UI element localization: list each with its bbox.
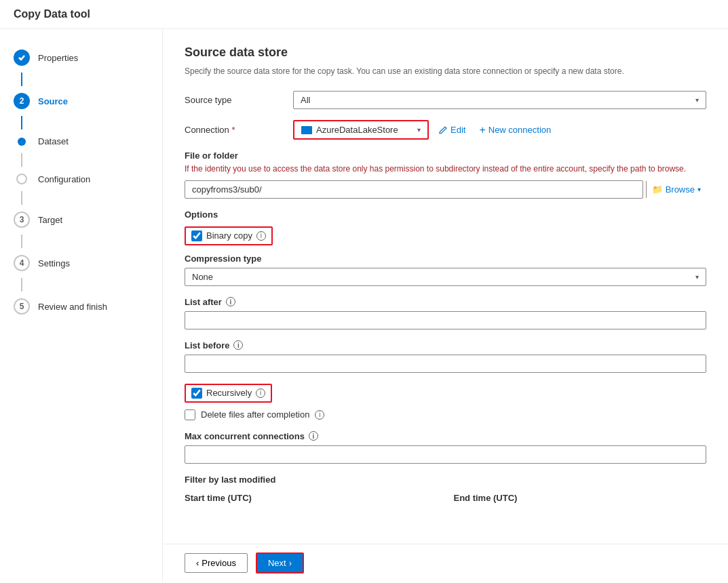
step-circle-properties [14,49,30,66]
end-time-label: End time (UTC) [454,493,707,503]
step-circle-source: 2 [14,93,30,109]
app-header: Copy Data tool [0,0,728,29]
binary-copy-info-icon: i [256,231,266,241]
recursively-row: Recursively i [185,384,706,403]
sidebar-item-settings[interactable]: 4 Settings [0,248,162,278]
step-label-target: Target [38,215,62,225]
filter-section: Filter by last modified Start time (UTC)… [185,475,706,508]
list-before-info-icon: i [233,340,243,350]
max-concurrent-info-icon: i [309,431,318,441]
sidebar-item-configuration[interactable]: Configuration [0,167,162,191]
browse-button[interactable]: 📁 Browse ▾ [646,181,706,198]
max-concurrent-label: Max concurrent connections i [185,431,706,441]
sidebar-item-review[interactable]: 5 Review and finish [0,292,162,321]
source-type-label: Source type [185,95,293,105]
connector-5 [21,235,22,248]
previous-button[interactable]: ‹ Previous [185,553,248,573]
source-type-arrow: ▾ [695,96,699,104]
step-label-source: Source [38,96,68,106]
connection-select[interactable]: AzureDataLakeStore ▾ [293,120,429,140]
delete-files-row: Delete files after completion i [185,409,706,420]
delete-files-label: Delete files after completion [201,409,309,420]
step-label-dataset: Dataset [38,136,69,146]
main-content: Source data store Specify the source dat… [163,29,728,544]
previous-chevron-icon: ‹ [196,558,199,568]
plus-icon: + [479,125,485,136]
browse-chevron-icon: ▾ [697,186,701,193]
connection-label: Connection [185,125,293,135]
connector-2 [21,116,22,129]
options-section: Options Binary copy i [185,209,706,254]
options-title: Options [185,209,706,220]
step-label-properties: Properties [38,53,78,63]
edit-button[interactable]: Edit [434,122,470,138]
binary-copy-label: Binary copy [206,230,252,241]
step-circle-configuration [16,174,27,184]
sidebar: Properties 2 Source Dataset Configuratio… [0,29,163,582]
new-connection-button[interactable]: + New connection [475,122,555,138]
connection-value: AzureDataLakeStore [316,125,417,135]
max-concurrent-section: Max concurrent connections i [185,431,706,464]
source-type-control: All ▾ [293,91,706,109]
list-before-label: List before i [185,340,706,350]
start-time-col: Start time (UTC) [185,493,438,503]
binary-copy-row: Binary copy i [185,226,706,245]
browse-row: 📁 Browse ▾ [185,180,706,199]
step-circle-settings: 4 [14,255,30,271]
file-folder-desc: If the identity you use to access the da… [185,163,706,175]
list-after-info-icon: i [226,297,235,306]
footer: ‹ Previous Next › [163,544,728,582]
step-label-settings: Settings [38,258,70,268]
filter-title: Filter by last modified [185,475,706,485]
sidebar-item-dataset[interactable]: Dataset [0,129,162,153]
next-button[interactable]: Next › [256,552,304,574]
recursively-label: Recursively [206,388,252,398]
connection-icon [301,126,312,134]
compression-arrow: ▾ [695,273,699,281]
connection-inner-row: AzureDataLakeStore ▾ Edit + New connecti… [293,120,706,140]
source-type-value: All [301,95,695,105]
max-concurrent-input[interactable] [185,445,706,464]
path-input[interactable] [185,180,643,199]
step-circle-review: 5 [14,298,30,315]
connection-arrow: ▾ [417,126,421,134]
list-before-input[interactable] [185,355,706,373]
step-circle-dataset [18,138,26,146]
connection-row: Connection AzureDataLakeStore ▾ Edit [185,120,706,140]
source-type-select[interactable]: All ▾ [293,91,706,109]
section-description: Specify the source data store for the co… [185,65,706,77]
sidebar-item-source[interactable]: 2 Source [0,86,162,116]
connector-6 [21,278,22,292]
list-after-label: List after i [185,297,706,307]
connector-4 [21,191,22,205]
folder-icon: 📁 [652,184,663,195]
sidebar-item-target[interactable]: 3 Target [0,205,162,235]
step-circle-target: 3 [14,212,30,228]
start-time-label: Start time (UTC) [185,493,438,503]
filter-row: Start time (UTC) End time (UTC) [185,493,706,503]
delete-files-checkbox[interactable] [185,409,195,420]
end-time-col: End time (UTC) [454,493,707,503]
connector-3 [21,153,22,167]
binary-copy-checkbox[interactable] [191,230,202,241]
compression-section: Compression type None ▾ [185,254,706,286]
sidebar-item-properties[interactable]: Properties [0,43,162,73]
connector-1 [21,73,22,86]
recursively-bordered: Recursively i [185,384,272,403]
source-type-row: Source type All ▾ [185,91,706,109]
step-label-configuration: Configuration [38,174,90,184]
compression-select[interactable]: None ▾ [185,268,706,286]
edit-icon [438,125,448,135]
binary-copy-bordered: Binary copy i [185,226,273,245]
connection-control: AzureDataLakeStore ▾ Edit + New connecti… [293,120,706,140]
step-label-review: Review and finish [38,302,107,312]
file-folder-section: File or folder If the identity you use t… [185,150,706,199]
list-before-section: List before i [185,340,706,373]
recursively-info-icon: i [256,388,265,398]
recursively-checkbox[interactable] [191,388,202,399]
list-after-section: List after i [185,297,706,329]
compression-value: None [192,272,695,282]
delete-files-info-icon: i [315,410,324,420]
section-title: Source data store [185,45,706,60]
list-after-input[interactable] [185,311,706,329]
